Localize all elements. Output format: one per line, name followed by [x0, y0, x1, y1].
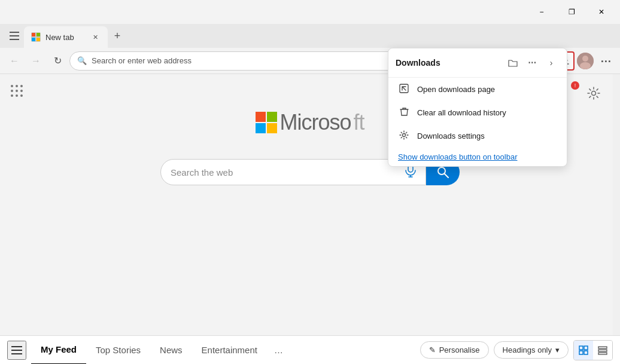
- personalise-button[interactable]: ✎ Personalise: [420, 341, 489, 359]
- gear-icon: [398, 130, 410, 142]
- svg-line-25: [445, 174, 448, 178]
- svg-rect-32: [584, 351, 588, 354]
- svg-rect-5: [32, 38, 35, 41]
- svg-rect-34: [598, 350, 607, 351]
- microsoft-text: Microso: [279, 110, 351, 135]
- svg-rect-0: [10, 32, 19, 33]
- svg-point-21: [20, 94, 23, 97]
- notification-badge: !: [571, 81, 579, 90]
- scrollbar[interactable]: [613, 74, 620, 335]
- hamburger-menu-button[interactable]: [7, 341, 26, 360]
- headings-only-button[interactable]: Headings only ▾: [494, 341, 569, 359]
- svg-rect-6: [37, 38, 40, 41]
- svg-rect-30: [584, 346, 588, 350]
- svg-point-24: [438, 167, 445, 175]
- ms-square-green: [267, 112, 277, 122]
- downloads-header-actions: ⋯ ›: [504, 54, 560, 71]
- edit-icon: ✎: [429, 345, 436, 354]
- close-button[interactable]: ✕: [588, 2, 615, 22]
- forward-button[interactable]: →: [26, 51, 45, 71]
- ms-square-yellow: [267, 123, 277, 133]
- feed-nav-news[interactable]: News: [150, 336, 192, 365]
- personalise-label: Personalise: [439, 345, 480, 354]
- downloads-open-folder-button[interactable]: [504, 54, 521, 71]
- new-tab[interactable]: New tab ✕: [24, 26, 108, 48]
- view-toggle: [573, 340, 613, 360]
- svg-point-18: [20, 90, 23, 92]
- user-avatar: [577, 53, 594, 69]
- svg-point-10: [580, 62, 591, 69]
- show-downloads-button-link[interactable]: Show downloads button on toolbar: [388, 148, 567, 166]
- feed-nav-more-button[interactable]: …: [267, 345, 290, 355]
- svg-rect-27: [11, 350, 22, 351]
- svg-point-16: [11, 90, 13, 92]
- downloads-header: Downloads ⋯ ›: [388, 48, 567, 78]
- headings-label: Headings only: [503, 345, 552, 354]
- downloads-panel: Downloads ⋯ › Open downloads page Clear …: [388, 48, 567, 167]
- svg-rect-4: [37, 33, 40, 36]
- svg-rect-35: [598, 353, 607, 354]
- svg-point-22: [592, 91, 596, 96]
- feed-nav-my-feed[interactable]: My Feed: [31, 336, 86, 365]
- microsoft-text-truncated: ft: [354, 110, 364, 135]
- tab-label: New tab: [45, 33, 85, 42]
- svg-rect-26: [11, 346, 22, 347]
- svg-point-19: [11, 94, 13, 97]
- window-controls: − ❐ ✕: [528, 2, 615, 22]
- svg-rect-2: [10, 39, 19, 40]
- downloads-more-button[interactable]: ⋯: [524, 54, 540, 71]
- ms-square-blue: [256, 123, 266, 133]
- minimize-button[interactable]: −: [528, 2, 555, 22]
- title-bar: − ❐ ✕: [0, 0, 620, 24]
- trash-icon: [398, 107, 410, 118]
- list-view-button[interactable]: [593, 341, 612, 360]
- clear-history-label: Clear all download history: [417, 108, 506, 117]
- new-tab-button[interactable]: +: [108, 26, 127, 45]
- sidebar-toggle-button[interactable]: [5, 24, 24, 48]
- svg-point-13: [11, 85, 13, 87]
- grid-view-button[interactable]: [574, 341, 593, 360]
- settings-and-more-button[interactable]: ⋯: [596, 51, 615, 71]
- svg-point-9: [582, 56, 588, 62]
- bottom-bar: My Feed Top Stories News Entertainment ……: [0, 335, 620, 364]
- svg-rect-33: [598, 347, 607, 348]
- clear-download-history-item[interactable]: Clear all download history: [388, 101, 567, 124]
- search-placeholder: Search the web: [171, 167, 400, 178]
- svg-point-20: [16, 94, 18, 97]
- open-downloads-label: Open downloads page: [417, 85, 495, 94]
- svg-rect-28: [11, 353, 22, 354]
- avatar-button[interactable]: [576, 51, 595, 71]
- feed-nav: My Feed Top Stories News Entertainment …: [31, 336, 420, 365]
- svg-rect-1: [10, 35, 19, 36]
- maximize-button[interactable]: ❐: [558, 2, 585, 22]
- ms-squares: [256, 112, 277, 133]
- downloads-settings-item[interactable]: Downloads settings: [388, 124, 567, 148]
- svg-point-17: [16, 90, 18, 92]
- page-settings-button[interactable]: [584, 84, 603, 103]
- svg-rect-3: [32, 33, 35, 36]
- downloads-settings-label: Downloads settings: [417, 131, 485, 140]
- open-downloads-page-item[interactable]: Open downloads page: [388, 78, 567, 101]
- feed-nav-top-stories[interactable]: Top Stories: [86, 336, 150, 365]
- address-search-icon: 🔍: [77, 56, 87, 65]
- open-downloads-icon: [398, 84, 410, 95]
- downloads-chevron-button[interactable]: ›: [543, 54, 560, 71]
- svg-point-15: [20, 85, 23, 87]
- svg-rect-29: [579, 346, 583, 350]
- search-input[interactable]: Search the web: [160, 159, 426, 185]
- svg-point-12: [403, 134, 406, 137]
- grid-dots-button[interactable]: [10, 84, 24, 100]
- tab-favicon: [31, 32, 41, 42]
- bottom-right-actions: ✎ Personalise Headings only ▾: [420, 340, 613, 360]
- svg-point-14: [16, 85, 18, 87]
- microsoft-logo: Microsoft: [256, 110, 364, 135]
- tab-bar: New tab ✕ +: [0, 24, 620, 48]
- refresh-button[interactable]: ↻: [48, 51, 67, 71]
- ms-square-red: [256, 112, 266, 122]
- back-button[interactable]: ←: [5, 51, 24, 71]
- svg-rect-31: [579, 351, 583, 354]
- show-downloads-link-text: Show downloads button on toolbar: [398, 152, 517, 161]
- tab-close-button[interactable]: ✕: [90, 32, 101, 42]
- feed-nav-entertainment[interactable]: Entertainment: [192, 336, 267, 365]
- chevron-down-icon: ▾: [555, 345, 560, 354]
